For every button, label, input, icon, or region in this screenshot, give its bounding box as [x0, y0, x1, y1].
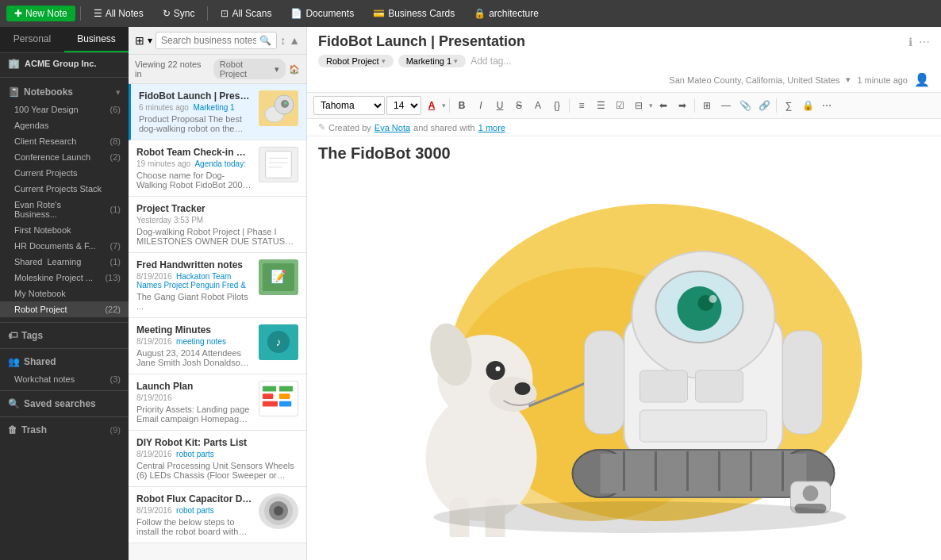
business-cards-button[interactable]: 💳 Business Cards — [365, 6, 463, 21]
trash-header[interactable]: 🗑 Trash (9) — [0, 420, 129, 439]
svg-point-56 — [803, 485, 819, 501]
sort-icon[interactable]: ↕ — [280, 34, 286, 47]
ordered-list-btn[interactable]: ☰ — [592, 97, 609, 114]
acme-group[interactable]: 🏢 ACME Group Inc. — [0, 53, 129, 74]
underline-btn[interactable]: U — [491, 97, 509, 114]
sidebar-item-moleskine[interactable]: Moleskine Project ... (13) — [0, 270, 129, 286]
note-item[interactable]: Robot Team Check-in Me... 19 minutes ago… — [129, 140, 306, 197]
trash-icon: 🗑 — [8, 424, 17, 435]
note-item[interactable]: Meeting Minutes 8/19/2016 meeting notes … — [129, 318, 306, 374]
italic-btn[interactable]: I — [472, 97, 490, 114]
sidebar-item-current-projects-stack[interactable]: Current Projects Stack — [0, 181, 129, 197]
pencil-icon: ✎ — [318, 122, 325, 132]
toolbar-separator-2 — [207, 6, 208, 21]
sync-icon: ↻ — [163, 8, 171, 19]
sidebar-item-first-notebook[interactable]: First Notebook — [0, 222, 129, 238]
svg-rect-15 — [279, 386, 293, 392]
sync-button[interactable]: ↻ Sync — [155, 6, 203, 21]
lock-icon: 🔒 — [474, 8, 486, 19]
all-notes-button[interactable]: ☰ All Notes — [86, 6, 152, 21]
sidebar-item-agendas[interactable]: Agendas — [0, 117, 129, 133]
note-list-panel: ⊞ ▾ 🔍 ↕ ▲ Viewing 22 notes in Robot Proj… — [129, 27, 307, 560]
filter-notebook-tag[interactable]: Robot Project ▾ — [213, 59, 286, 79]
svg-rect-17 — [279, 401, 291, 407]
sidebar-divider-4 — [0, 390, 129, 391]
location-text: San Mateo County, California, United Sta… — [669, 75, 839, 85]
add-tag-button[interactable]: Add tag... — [470, 56, 511, 67]
highlight-btn[interactable]: A — [529, 97, 547, 114]
sidebar-item-evan[interactable]: Evan Rote's Business... (1) — [0, 197, 129, 222]
notebooks-header[interactable]: 📓 Notebooks ▾ — [0, 82, 129, 102]
tab-business[interactable]: Business — [64, 27, 129, 52]
layout-toggle-icon[interactable]: ▾ — [148, 35, 152, 46]
saved-searches-header[interactable]: 🔍 Saved searches — [0, 394, 129, 413]
sidebar-item-current-projects[interactable]: Current Projects — [0, 165, 129, 181]
note-tag-marketing[interactable]: Marketing 1 ▾ — [398, 55, 466, 67]
link-btn[interactable]: 🔗 — [755, 97, 773, 114]
checkbox-btn[interactable]: ☑ — [611, 97, 628, 114]
sidebar-divider-2 — [0, 322, 129, 323]
sidebar-item-workchat[interactable]: Workchat notes (3) — [0, 371, 129, 387]
font-size-select[interactable]: 14 — [386, 96, 421, 115]
indent-btn[interactable]: ➡ — [674, 97, 691, 114]
font-color-btn[interactable]: A — [423, 97, 440, 114]
filter-home-icon[interactable]: 🏠 — [289, 64, 300, 75]
tags-header[interactable]: 🏷 Tags — [0, 326, 129, 345]
svg-point-27 — [486, 361, 505, 380]
sidebar-item-robot-project[interactable]: Robot Project (22) — [0, 301, 129, 317]
architecture-button[interactable]: 🔒 architecture — [466, 6, 547, 21]
note-item[interactable]: Project Tracker Yesterday 3:53 PM Dog-wa… — [129, 197, 306, 253]
author-link[interactable]: Eva Nota — [374, 123, 410, 132]
search-icon: 🔍 — [259, 35, 271, 46]
documents-button[interactable]: 📄 Documents — [282, 6, 362, 21]
svg-point-26 — [515, 382, 531, 395]
note-item[interactable]: Robot Flux Capacitor Dia... 8/19/2016 ro… — [129, 487, 306, 543]
attachment-btn[interactable]: 📎 — [736, 97, 754, 114]
shared-count-link[interactable]: 1 more — [478, 123, 505, 132]
encrypt-btn[interactable]: 🔒 — [799, 97, 816, 114]
collapse-icon[interactable]: ▲ — [289, 34, 300, 47]
sidebar-item-my-notebook[interactable]: My Notebook — [0, 286, 129, 301]
note-item[interactable]: Launch Plan 8/19/2016 Priority Assets: L… — [129, 374, 306, 431]
strikethrough-btn[interactable]: S — [510, 97, 528, 114]
search-input[interactable] — [161, 35, 256, 46]
sidebar-item-learning[interactable]: Shared Learning (1) — [0, 254, 129, 270]
unordered-list-btn[interactable]: ≡ — [573, 97, 590, 114]
font-family-select[interactable]: Tahoma — [313, 96, 385, 115]
note-item[interactable]: DIY Robot Kit: Parts List 8/19/2016 robo… — [129, 431, 306, 487]
note-tag-robot-project[interactable]: Robot Project ▾ — [318, 55, 394, 67]
layout-icon[interactable]: ⊞ — [135, 34, 144, 47]
note-item[interactable]: FidoBot Launch | Presenta... 6 minutes a… — [129, 84, 306, 140]
color-picker-arrow[interactable]: ▾ — [442, 102, 446, 109]
note-title-bar: FidoBot Launch | Presentation ℹ ⋯ — [318, 33, 930, 50]
building-icon: 🏢 — [8, 58, 20, 69]
all-scans-button[interactable]: ⊡ All Scans — [213, 6, 279, 21]
bold-btn[interactable]: B — [453, 97, 470, 114]
main-area: Personal Business 🏢 ACME Group Inc. 📓 No… — [0, 27, 941, 560]
more-icon[interactable]: ⋯ — [919, 36, 930, 48]
new-note-button[interactable]: ✚ New Note — [6, 6, 75, 21]
sidebar-item-client-research[interactable]: Client Research (8) — [0, 133, 129, 149]
note-item[interactable]: Fred Handwritten notes 8/19/2016 Hackato… — [129, 253, 306, 318]
sidebar-item-100-year[interactable]: 100 Year Design (6) — [0, 102, 129, 117]
sidebar-item-conference[interactable]: Conference Launch (2) — [0, 149, 129, 165]
svg-text:♪: ♪ — [276, 336, 282, 348]
align-btn[interactable]: ⊟ — [630, 97, 647, 114]
tab-personal[interactable]: Personal — [0, 27, 64, 52]
info-icon[interactable]: ℹ — [908, 36, 912, 48]
code-btn[interactable]: {} — [548, 97, 566, 114]
table-btn[interactable]: ⊞ — [698, 97, 716, 114]
sidebar: Personal Business 🏢 ACME Group Inc. 📓 No… — [0, 27, 129, 560]
shared-header[interactable]: 👥 Shared — [0, 352, 129, 371]
divider-btn[interactable]: — — [717, 97, 735, 114]
more-options-btn[interactable]: ⋯ — [818, 97, 835, 114]
svg-rect-43 — [585, 331, 624, 434]
note-item-content: Meeting Minutes 8/19/2016 meeting notes … — [136, 324, 252, 367]
sidebar-item-hr[interactable]: HR Documents & F... (7) — [0, 238, 129, 254]
location-expand-icon[interactable]: ▾ — [846, 75, 851, 85]
note-meta-bar: San Mateo County, California, United Sta… — [318, 72, 930, 87]
formula-btn[interactable]: ∑ — [780, 97, 797, 114]
align-arrow[interactable]: ▾ — [649, 102, 653, 109]
svg-rect-41 — [696, 370, 743, 402]
outdent-btn[interactable]: ⬅ — [655, 97, 672, 114]
